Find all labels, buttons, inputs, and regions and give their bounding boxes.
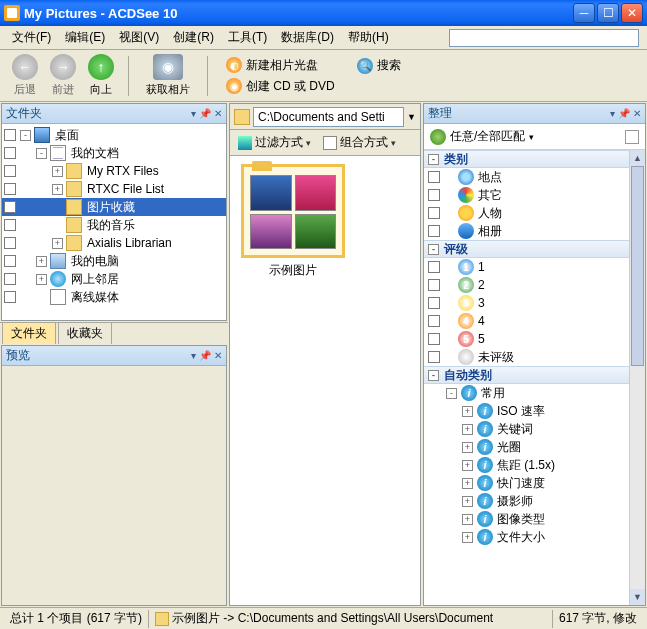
organize-close-icon[interactable]: ✕ [633, 108, 641, 119]
expand-icon[interactable]: + [52, 184, 63, 195]
organize-checkbox[interactable] [428, 315, 440, 327]
preview-pin-icon[interactable]: 📌 [199, 350, 211, 361]
tree-checkbox[interactable] [4, 237, 16, 249]
tree-checkbox[interactable] [4, 291, 16, 303]
expand-icon[interactable]: + [462, 478, 473, 489]
organize-checkbox[interactable] [428, 171, 440, 183]
menu-create[interactable]: 创建(R) [167, 27, 220, 48]
tree-checkbox[interactable] [4, 183, 16, 195]
menu-file[interactable]: 文件(F) [6, 27, 57, 48]
scroll-thumb[interactable] [631, 166, 644, 366]
tree-item[interactable]: +我的音乐 [2, 216, 226, 234]
organize-item[interactable]: +i摄影师 [424, 492, 645, 510]
filter-button[interactable]: 过滤方式 ▾ [234, 132, 315, 153]
tree-checkbox[interactable] [4, 165, 16, 177]
menu-view[interactable]: 视图(V) [113, 27, 165, 48]
organize-section-header[interactable]: -评级 [424, 240, 645, 258]
collapse-icon[interactable]: - [428, 370, 439, 381]
preview-menu-icon[interactable]: ▾ [191, 350, 196, 361]
tree-item[interactable]: +RTXC File List [2, 180, 226, 198]
expand-icon[interactable]: + [462, 406, 473, 417]
create-cd-button[interactable]: ◉ 创建 CD 或 DVD [226, 78, 335, 95]
organize-item[interactable]: 55 [424, 330, 645, 348]
organize-item[interactable]: 地点 [424, 168, 645, 186]
expand-icon[interactable]: + [36, 256, 47, 267]
organize-item[interactable]: 33 [424, 294, 645, 312]
tree-checkbox[interactable] [4, 201, 16, 213]
address-dropdown-icon[interactable]: ▼ [407, 112, 416, 122]
new-disc-button[interactable]: ◐ 新建相片光盘 [226, 57, 335, 74]
expand-icon[interactable]: - [36, 148, 47, 159]
organize-item[interactable]: +i文件大小 [424, 528, 645, 546]
organize-section-header[interactable]: -类别 [424, 150, 645, 168]
organize-checkbox[interactable] [428, 351, 440, 363]
organize-body[interactable]: -类别地点其它人物相册-评级1122334455未评级-自动类别-i常用+iIS… [424, 150, 645, 605]
tree-item[interactable]: -我的文档 [2, 144, 226, 162]
menu-edit[interactable]: 编辑(E) [59, 27, 111, 48]
organize-checkbox[interactable] [428, 279, 440, 291]
match-mini-button[interactable] [625, 130, 639, 144]
collapse-icon[interactable]: - [446, 388, 457, 399]
tree-checkbox[interactable] [4, 147, 16, 159]
collapse-icon[interactable]: - [428, 154, 439, 165]
organize-item[interactable]: 相册 [424, 222, 645, 240]
tab-folders[interactable]: 文件夹 [2, 322, 56, 344]
panel-pin-icon[interactable]: 📌 [199, 108, 211, 119]
thumbnail-item[interactable]: 示例图片 [238, 164, 348, 279]
expand-icon[interactable]: + [52, 166, 63, 177]
close-button[interactable]: ✕ [621, 3, 643, 23]
expand-icon[interactable]: + [462, 514, 473, 525]
organize-item[interactable]: 其它 [424, 186, 645, 204]
expand-icon[interactable]: + [52, 238, 63, 249]
organize-item[interactable]: +iISO 速率 [424, 402, 645, 420]
organize-checkbox[interactable] [428, 225, 440, 237]
tree-item[interactable]: +我的电脑 [2, 252, 226, 270]
expand-icon[interactable]: + [462, 532, 473, 543]
tree-checkbox[interactable] [4, 129, 16, 141]
organize-pin-icon[interactable]: 📌 [618, 108, 630, 119]
menu-tools[interactable]: 工具(T) [222, 27, 273, 48]
expand-icon[interactable]: + [462, 460, 473, 471]
organize-item[interactable]: +i图像类型 [424, 510, 645, 528]
thumbnail-area[interactable]: 示例图片 [230, 156, 420, 605]
tree-item[interactable]: +Axialis Librarian [2, 234, 226, 252]
organize-checkbox[interactable] [428, 261, 440, 273]
organize-checkbox[interactable] [428, 189, 440, 201]
organize-item[interactable]: 人物 [424, 204, 645, 222]
scrollbar[interactable]: ▲ ▼ [629, 150, 645, 605]
organize-checkbox[interactable] [428, 207, 440, 219]
tree-checkbox[interactable] [4, 255, 16, 267]
tree-checkbox[interactable] [4, 273, 16, 285]
menu-search-input[interactable] [449, 29, 639, 47]
expand-icon[interactable]: + [462, 496, 473, 507]
expand-icon[interactable]: + [462, 442, 473, 453]
tree-item[interactable]: +My RTX Files [2, 162, 226, 180]
minimize-button[interactable]: ─ [573, 3, 595, 23]
back-button[interactable]: ← 后退 [8, 54, 42, 97]
expand-icon[interactable]: + [36, 274, 47, 285]
organize-item[interactable]: +i光圈 [424, 438, 645, 456]
organize-item[interactable]: +i关键词 [424, 420, 645, 438]
tree-item[interactable]: +图片收藏 [2, 198, 226, 216]
organize-item[interactable]: 22 [424, 276, 645, 294]
organize-menu-icon[interactable]: ▾ [610, 108, 615, 119]
organize-item[interactable]: 未评级 [424, 348, 645, 366]
menu-help[interactable]: 帮助(H) [342, 27, 395, 48]
tree-item[interactable]: -桌面 [2, 126, 226, 144]
organize-item[interactable]: 11 [424, 258, 645, 276]
search-button[interactable]: 🔍 搜索 [357, 57, 401, 74]
tree-checkbox[interactable] [4, 219, 16, 231]
organize-item[interactable]: +i快门速度 [424, 474, 645, 492]
organize-checkbox[interactable] [428, 333, 440, 345]
address-input[interactable]: C:\Documents and Setti [253, 107, 404, 127]
tree-item[interactable]: +离线媒体 [2, 288, 226, 306]
maximize-button[interactable]: ☐ [597, 3, 619, 23]
organize-checkbox[interactable] [428, 297, 440, 309]
panel-menu-icon[interactable]: ▾ [191, 108, 196, 119]
match-label[interactable]: 任意/全部匹配 [450, 128, 525, 145]
up-button[interactable]: ↑ 向上 [84, 54, 118, 97]
expand-icon[interactable]: - [20, 130, 31, 141]
folder-tree[interactable]: -桌面-我的文档+My RTX Files+RTXC File List+图片收… [2, 124, 226, 320]
scroll-up-icon[interactable]: ▲ [630, 150, 645, 166]
expand-icon[interactable]: + [462, 424, 473, 435]
